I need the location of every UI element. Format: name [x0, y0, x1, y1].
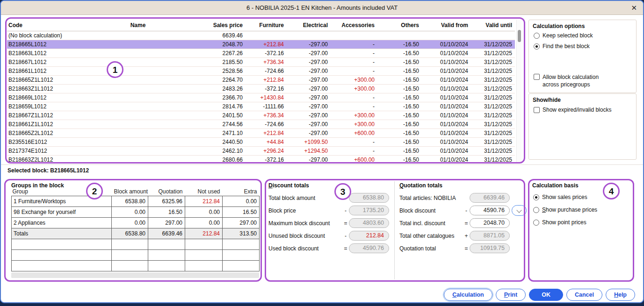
operator: -	[342, 233, 349, 239]
table-cell: 0.00	[112, 206, 148, 217]
table-row[interactable]: B218661Z1L10122744.56-724.66-297.00+300.…	[7, 120, 515, 128]
table-cell: -297.00	[287, 49, 331, 57]
block-table-container: CodeNameSales priceFurnitureElectricalAc…	[7, 20, 517, 163]
table-cell: 2 Appliances	[12, 217, 112, 228]
table-cell: +212.84	[246, 75, 287, 84]
table-row[interactable]: B218667L10122185.50+736.34-297.00--16.50…	[7, 57, 515, 66]
print-button[interactable]: Print	[496, 289, 526, 301]
table-cell: 2528.56	[161, 66, 246, 75]
table-row[interactable]: B218663Z2L10122680.66-372.16-297.00+600.…	[7, 155, 515, 163]
table-row[interactable]: (No block calculation)6639.46	[7, 31, 515, 40]
table-cell: -297.00	[287, 75, 331, 84]
scrollbar-thumb[interactable]	[518, 30, 521, 42]
block-table: CodeNameSales priceFurnitureElectricalAc…	[7, 20, 515, 163]
table-cell: 212.84	[185, 228, 223, 239]
table-cell: B218669L1012	[7, 93, 115, 102]
chevron-down-icon[interactable]	[512, 205, 527, 216]
table-cell: +736.34	[246, 111, 287, 120]
table-row[interactable]: B218669L10122366.70+1430.84-297.00--16.5…	[7, 93, 515, 102]
column-header[interactable]: Sales price	[161, 20, 246, 31]
annotation-circle-3: 3	[334, 183, 351, 200]
groups-horizontal-scrollbar[interactable]	[11, 272, 259, 278]
table-cell: 2483.26	[161, 84, 246, 93]
annotation-circle-2: 2	[86, 183, 103, 199]
totals-label: Used block discount	[268, 245, 342, 252]
radio-icon[interactable]	[533, 207, 539, 213]
table-row[interactable]: B218665Z1L10122264.70+212.84-297.00+300.…	[7, 75, 515, 84]
value-field[interactable]: 4590.76	[470, 206, 510, 215]
value-field[interactable]: 2048.70	[470, 218, 510, 228]
table-row[interactable]: B218661L10122528.56-724.66-297.00--16.50…	[7, 66, 515, 75]
table-row: 98 Exchange for yourself0.0016.500.0016.…	[12, 206, 260, 217]
table-cell: -297.00	[287, 102, 331, 111]
radio-icon[interactable]	[533, 220, 539, 226]
radio-show-sales-prices[interactable]: Show sales prices	[533, 191, 597, 203]
table-cell: 01/10/2024	[422, 155, 471, 163]
table-cell: -16.50	[377, 49, 422, 57]
table-cell: 2185.50	[161, 57, 246, 66]
table-cell: +300.00	[331, 75, 377, 84]
table-cell	[115, 128, 161, 137]
radio-icon[interactable]	[534, 43, 540, 50]
table-cell: B218663Z1L1012	[7, 84, 115, 93]
value-field: 4803.60	[349, 218, 389, 228]
table-row[interactable]: B218665Z2L10122471.10+212.84-297.00+600.…	[7, 128, 515, 137]
table-cell: +600.00	[331, 128, 377, 137]
column-header[interactable]: Valid until	[471, 20, 515, 31]
ok-button[interactable]: OK	[529, 289, 563, 301]
table-cell: -297.00	[287, 120, 331, 128]
table-cell: 31/12/2025	[471, 155, 515, 163]
totals-label: Maximum block discount	[268, 220, 342, 227]
groups-header-row: GroupBlock amountQuotationNot usedExtra	[12, 187, 260, 196]
table-cell	[148, 249, 185, 260]
cancel-button[interactable]: Cancel	[566, 289, 602, 301]
table-row[interactable]: B218659L10122814.76-1111.66-297.00--16.5…	[7, 102, 515, 111]
checkbox-icon[interactable]	[534, 107, 540, 113]
radio-icon[interactable]	[533, 194, 539, 200]
close-icon[interactable]: ✕	[631, 4, 637, 12]
calculation-button[interactable]: Calculation	[444, 289, 492, 301]
table-cell: -16.50	[377, 111, 422, 120]
table-row[interactable]: B218663Z1L10122483.26-372.16-297.00+300.…	[7, 84, 515, 93]
table-cell	[115, 146, 161, 155]
column-header[interactable]: Others	[377, 20, 422, 31]
value-field: 212.84	[349, 231, 389, 241]
table-cell: +1099.50	[287, 137, 331, 146]
table-cell: -16.50	[377, 120, 422, 128]
help-button[interactable]: Help	[606, 289, 635, 301]
table-row[interactable]: B218667Z1L10122401.50+736.34-297.00+300.…	[7, 111, 515, 120]
column-header[interactable]: Electrical	[287, 20, 331, 31]
dialog-title: 6 - NOBILIA 2025-1 EN Kitchen - Amounts …	[1, 4, 643, 11]
table-cell: +600.00	[331, 155, 377, 163]
column-header[interactable]: Valid from	[422, 20, 471, 31]
table-cell: 01/10/2024	[422, 128, 471, 137]
radio-find-best-block[interactable]: Find the best block	[534, 43, 590, 50]
checkbox-icon[interactable]	[534, 74, 540, 80]
table-cell	[12, 260, 112, 271]
column-header[interactable]: Code	[7, 20, 115, 31]
table-cell	[115, 40, 161, 49]
groups-table-body: 1 Furniture/Worktops6538.806325.96212.84…	[12, 196, 260, 271]
table-row[interactable]: B217374E10122462.10+296.24+1294.50--16.5…	[7, 146, 515, 155]
checkbox-allow-block-calculation[interactable]: Allow block calculation across pricegrou…	[534, 73, 620, 88]
table-cell: 2264.70	[161, 75, 246, 84]
table-row[interactable]: B218663L10122267.26-372.16-297.00--16.50…	[7, 49, 515, 57]
column-header[interactable]: Accessories	[331, 20, 377, 31]
table-row[interactable]: B218665L10122048.70+212.84-297.00--16.50…	[7, 40, 515, 49]
table-cell	[115, 49, 161, 57]
annotation-circle-1: 1	[107, 61, 123, 78]
column-header[interactable]: Furniture	[246, 20, 287, 31]
table-cell: +44.84	[246, 137, 287, 146]
radio-show-point-prices[interactable]: Show point prices	[533, 216, 597, 228]
table-row[interactable]: B235516E10122440.50+44.84+1099.50--16.50…	[7, 137, 515, 146]
value-field: 6639.46	[470, 193, 510, 203]
column-header[interactable]: Name	[115, 20, 161, 31]
radio-show-purchase-prices[interactable]: Show purchase prices	[533, 203, 597, 216]
radio-icon[interactable]	[534, 33, 540, 39]
checkbox-show-expired-blocks[interactable]: Show expired/invalid blocks	[534, 107, 611, 113]
table-cell	[331, 31, 377, 40]
radio-keep-selected-block[interactable]: Keep selected block	[534, 32, 593, 39]
table-cell: B218665Z2L1012	[7, 128, 115, 137]
quotation-totals-title: Quotation totals	[399, 182, 442, 189]
block-calculation-dialog: 6 - NOBILIA 2025-1 EN Kitchen - Amounts …	[0, 0, 644, 303]
